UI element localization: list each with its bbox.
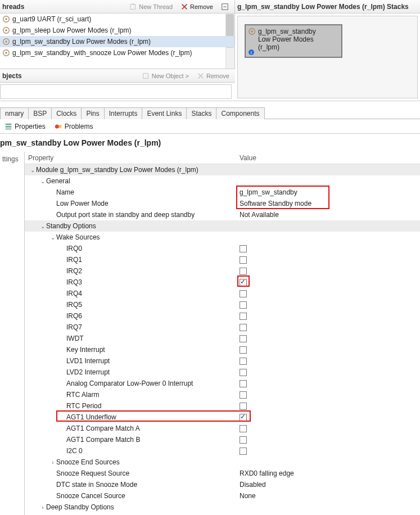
- property-row[interactable]: LVD1 Interrupt: [25, 355, 420, 367]
- property-row[interactable]: AGT1 Underflow: [25, 412, 420, 423]
- property-row[interactable]: Snooze Request SourceRXD0 falling edge: [25, 468, 420, 479]
- collapse-icon[interactable]: ›: [49, 459, 56, 466]
- property-row[interactable]: IRQ1: [25, 254, 420, 265]
- property-row[interactable]: RTC Alarm: [25, 389, 420, 400]
- tab-bsp[interactable]: BSP: [28, 107, 52, 119]
- property-row[interactable]: DTC state in Snooze ModeDisabled: [25, 479, 420, 490]
- property-label: AGT1 Underflow: [66, 413, 116, 421]
- tab-pins[interactable]: Pins: [81, 107, 104, 119]
- property-row[interactable]: Nameg_lpm_sw_standby: [25, 187, 420, 198]
- property-tree[interactable]: ⌄ Module g_lpm_sw_standby Low Power Mode…: [25, 164, 420, 515]
- tab-event-links[interactable]: Event Links: [142, 107, 187, 119]
- property-row[interactable]: › Deep Standby Options: [25, 502, 420, 513]
- stack-block[interactable]: g_lpm_sw_standby Low Power Modes (r_lpm)…: [245, 24, 342, 58]
- property-row[interactable]: RTC Period: [25, 400, 420, 412]
- config-tabs: nmaryBSPClocksPinsInterruptsEvent LinksS…: [0, 106, 420, 119]
- property-row[interactable]: Output port state in standby and deep st…: [25, 209, 420, 220]
- property-value: Software Standby mode: [240, 200, 311, 207]
- stack-line2: Low Power Modes: [258, 35, 338, 43]
- checkbox[interactable]: [240, 358, 247, 365]
- property-row[interactable]: IRQ2: [25, 265, 420, 277]
- new-object-button[interactable]: New Object >: [140, 72, 191, 80]
- checkbox[interactable]: [240, 425, 247, 432]
- svg-point-6: [5, 29, 7, 31]
- property-row[interactable]: IRQ0: [25, 243, 420, 254]
- property-row[interactable]: ⌄ General: [25, 175, 420, 187]
- stacks-canvas[interactable]: g_lpm_sw_standby Low Power Modes (r_lpm)…: [237, 16, 418, 98]
- thread-item-label: g_lpm_sw_standby_with_snooze Low Power M…: [12, 49, 192, 57]
- checkbox[interactable]: [240, 369, 247, 376]
- checkbox[interactable]: [240, 414, 247, 421]
- property-row[interactable]: AGT1 Compare Match B: [25, 434, 420, 445]
- threads-list[interactable]: g_uart9 UART (r_sci_uart)g_lpm_sleep Low…: [0, 13, 234, 69]
- property-row[interactable]: IRQ3: [25, 277, 420, 288]
- tab-problems[interactable]: Problems: [50, 123, 98, 130]
- property-row[interactable]: Key Interrupt: [25, 344, 420, 355]
- thread-item[interactable]: g_lpm_sleep Low Power Modes (r_lpm): [0, 25, 234, 36]
- property-row[interactable]: AGT1 Compare Match A: [25, 423, 420, 434]
- objects-list[interactable]: [0, 84, 232, 99]
- property-row[interactable]: IRQ4: [25, 288, 420, 299]
- thread-item[interactable]: g_lpm_sw_standby Low Power Modes (r_lpm): [0, 36, 234, 47]
- module-icon: [2, 38, 10, 46]
- checkbox[interactable]: [240, 313, 247, 320]
- property-label: Wake Sources: [56, 233, 100, 241]
- expand-icon[interactable]: ⌄: [39, 178, 46, 184]
- thread-item[interactable]: g_lpm_sw_standby_with_snooze Low Power M…: [0, 47, 234, 58]
- remove-object-button[interactable]: Remove: [195, 72, 232, 80]
- property-row[interactable]: IRQ5: [25, 299, 420, 310]
- svg-rect-17: [6, 126, 12, 128]
- views-row: Properties Problems: [0, 119, 420, 134]
- checkbox[interactable]: [240, 448, 247, 455]
- checkbox[interactable]: [240, 279, 247, 286]
- tab-interrupts[interactable]: Interrupts: [104, 107, 143, 119]
- checkbox[interactable]: [240, 268, 247, 275]
- property-row[interactable]: Snooze Cancel SourceNone: [25, 490, 420, 502]
- checkbox[interactable]: [240, 245, 247, 252]
- checkbox[interactable]: [240, 391, 247, 399]
- checkbox[interactable]: [240, 436, 247, 444]
- svg-rect-11: [143, 73, 148, 78]
- property-row[interactable]: Low Power ModeSoftware Standby mode: [25, 198, 420, 209]
- checkbox[interactable]: [240, 301, 247, 309]
- checkbox[interactable]: [240, 256, 247, 264]
- column-value: Value: [236, 154, 420, 162]
- property-row[interactable]: IWDT: [25, 333, 420, 344]
- property-row[interactable]: LVD2 Interrupt: [25, 367, 420, 378]
- tab-stacks[interactable]: Stacks: [186, 107, 216, 119]
- tab-properties-label: Properties: [15, 123, 46, 130]
- property-row[interactable]: ⌄ Wake Sources: [25, 232, 420, 243]
- collapse-icon[interactable]: ›: [39, 504, 46, 511]
- property-label: IRQ2: [66, 267, 82, 275]
- tab-nmary[interactable]: nmary: [0, 107, 29, 119]
- problems-icon: [55, 123, 62, 130]
- property-row[interactable]: IRQ7: [25, 322, 420, 333]
- checkbox[interactable]: [240, 324, 247, 331]
- new-thread-button[interactable]: New Thread: [127, 3, 175, 11]
- tab-clocks[interactable]: Clocks: [51, 107, 82, 119]
- expand-icon[interactable]: ⌄: [29, 167, 36, 173]
- property-row[interactable]: IRQ6: [25, 310, 420, 322]
- thread-item[interactable]: g_uart9 UART (r_sci_uart): [0, 13, 234, 25]
- property-label: Key Interrupt: [66, 346, 105, 354]
- property-label: AGT1 Compare Match B: [66, 436, 140, 444]
- property-row[interactable]: I2C 0: [25, 445, 420, 457]
- checkbox[interactable]: [240, 335, 247, 342]
- expand-icon[interactable]: ⌄: [49, 234, 56, 241]
- collapse-icon: [221, 3, 229, 11]
- collapse-button[interactable]: [219, 3, 231, 11]
- checkbox[interactable]: [240, 290, 247, 297]
- property-value: Disabled: [240, 481, 266, 489]
- tab-components[interactable]: Components: [216, 107, 264, 119]
- checkbox[interactable]: [240, 403, 247, 410]
- expand-icon[interactable]: ⌄: [39, 223, 46, 229]
- property-row[interactable]: ⌄ Standby Options: [25, 220, 420, 232]
- remove-thread-button[interactable]: Remove: [178, 3, 215, 11]
- property-row[interactable]: Analog Comparator Low-Power 0 Interrupt: [25, 378, 420, 389]
- property-row[interactable]: ⌄ Module g_lpm_sw_standby Low Power Mode…: [25, 164, 420, 175]
- property-row[interactable]: › Snooze End Sources: [25, 457, 420, 468]
- checkbox[interactable]: [240, 346, 247, 354]
- rail-tab-settings[interactable]: ttings: [0, 152, 24, 166]
- checkbox[interactable]: [240, 380, 247, 387]
- tab-properties[interactable]: Properties: [0, 123, 50, 130]
